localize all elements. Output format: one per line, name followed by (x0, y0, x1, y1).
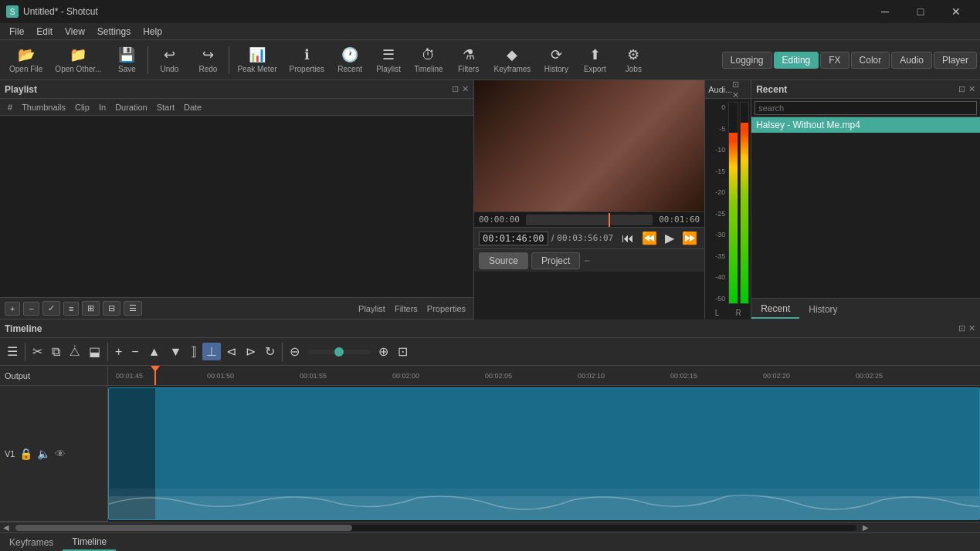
fast-forward-button[interactable]: ⏩ (680, 231, 700, 245)
recent-tab[interactable]: Recent (751, 300, 799, 319)
output-track-name: Output (5, 371, 30, 380)
col-in[interactable]: In (94, 103, 110, 112)
scroll-right-button[interactable]: ▶ (860, 523, 872, 532)
filters-tab-button[interactable]: Filters (392, 303, 421, 315)
tl-paste-button[interactable]: ⧊ (66, 343, 83, 360)
menu-edit[interactable]: Edit (30, 25, 59, 39)
col-duration[interactable]: Duration (110, 103, 152, 112)
recent-search-input[interactable] (754, 101, 977, 115)
col-clip[interactable]: Clip (70, 103, 94, 112)
recent-float-button[interactable]: ⊡ (958, 84, 965, 94)
timeline-tab[interactable]: Timeline (63, 534, 116, 551)
project-button[interactable]: Project (531, 252, 580, 269)
tl-menu-button[interactable]: ☰ (3, 343, 22, 360)
keyframes-button[interactable]: ◆ Keyframes (488, 42, 537, 79)
scroll-left-button[interactable]: ◀ (0, 523, 12, 532)
playlist-list-button[interactable]: ≡ (63, 302, 79, 316)
tl-cut-button[interactable]: ✂ (29, 343, 46, 360)
playlist-button[interactable]: ☰ Playlist (369, 42, 408, 79)
tl-snap-button[interactable]: ⊥ (202, 343, 221, 360)
keyframes-label: Keyframes (494, 65, 531, 73)
tl-lift-button[interactable]: ▲ (144, 343, 164, 360)
horizontal-scrollbar-track[interactable] (15, 525, 856, 531)
undo-button[interactable]: ↩ Undo (150, 42, 188, 79)
tl-loop-button[interactable]: ↻ (261, 343, 279, 360)
menu-settings[interactable]: Settings (91, 25, 137, 39)
tl-zoom-in-button[interactable]: ⊕ (375, 343, 392, 360)
export-button[interactable]: ⬆ Export (575, 42, 614, 79)
open-other-button[interactable]: 📁 Open Other... (49, 42, 107, 79)
properties-button[interactable]: ℹ Properties (283, 42, 331, 79)
tl-paste-overwrite-button[interactable]: ⬓ (85, 343, 104, 360)
keyframes-tab[interactable]: Keyframes (0, 535, 63, 550)
tl-ripple-all-button[interactable]: ⊳ (242, 343, 259, 360)
jobs-button[interactable]: ⚙ Jobs (614, 42, 653, 79)
menu-help[interactable]: Help (137, 25, 168, 39)
col-date[interactable]: Date (179, 103, 206, 112)
tl-overwrite-button[interactable]: ▼ (166, 343, 186, 360)
recent-close-button[interactable]: ✕ (968, 84, 975, 94)
play-button[interactable]: ▶ (663, 231, 677, 245)
scrubber-handle[interactable] (609, 213, 610, 227)
timeline-scrubber[interactable] (526, 215, 653, 225)
tl-ripple-button[interactable]: ⊲ (222, 343, 240, 360)
current-time-input[interactable] (479, 232, 548, 245)
playlist-detail-button[interactable]: ⊟ (103, 301, 120, 316)
properties-tab-button[interactable]: Properties (424, 303, 469, 315)
player-mode-button[interactable]: Player (934, 52, 977, 69)
playlist-float-button[interactable]: ⊡ (452, 84, 459, 94)
recent-button[interactable]: 🕐 Recent (331, 42, 369, 79)
save-button[interactable]: 💾 Save (107, 42, 146, 79)
track-hide-icon[interactable]: 👁 (55, 448, 66, 460)
redo-button[interactable]: ↪ Redo (188, 42, 227, 79)
track-mute-icon[interactable]: 🔈 (37, 448, 50, 460)
editing-mode-button[interactable]: Editing (774, 52, 819, 69)
source-button[interactable]: Source (479, 252, 528, 269)
playlist-remove-button[interactable]: − (23, 302, 39, 316)
menu-file[interactable]: File (3, 25, 30, 39)
fx-mode-button[interactable]: FX (820, 52, 849, 69)
playlist-check-button[interactable]: ✓ (42, 301, 60, 316)
audio-float-button[interactable]: ⊡ (732, 79, 739, 90)
tl-copy-button[interactable]: ⧉ (48, 343, 64, 360)
playlist-add-button[interactable]: + (5, 302, 20, 316)
minimize-button[interactable]: ─ (867, 0, 903, 23)
tl-sep-1 (25, 343, 25, 361)
maximize-button[interactable]: □ (903, 0, 938, 23)
audio-mode-button[interactable]: Audio (891, 52, 932, 69)
playlist-tab-button[interactable]: Playlist (355, 303, 388, 315)
properties-icon: ℹ (304, 46, 310, 63)
col-thumbnails[interactable]: Thumbnails (17, 103, 70, 112)
tl-zoom-out-button[interactable]: ⊖ (286, 343, 303, 360)
tl-append-button[interactable]: + (111, 343, 126, 360)
timeline-button[interactable]: ⏱ Timeline (408, 42, 449, 79)
recent-item[interactable]: Halsey - Without Me.mp4 (751, 117, 980, 133)
track-lock-icon[interactable]: 🔒 (19, 448, 32, 460)
playlist-grid-button[interactable]: ⊞ (82, 301, 100, 316)
logging-mode-button[interactable]: Logging (722, 52, 772, 69)
menu-view[interactable]: View (59, 25, 91, 39)
close-button[interactable]: ✕ (938, 0, 974, 23)
v1-track[interactable] (108, 386, 980, 522)
tl-split-button[interactable]: ⟧ (187, 343, 201, 360)
col-start[interactable]: Start (152, 103, 179, 112)
col-number[interactable]: # (3, 103, 17, 112)
track-clip[interactable] (108, 387, 980, 520)
timeline-close-button[interactable]: ✕ (968, 323, 975, 333)
filters-button[interactable]: ⚗ Filters (449, 42, 488, 79)
open-file-button[interactable]: 📂 Open File (3, 42, 49, 79)
zoom-slider[interactable] (308, 350, 370, 354)
zoom-handle[interactable] (334, 347, 344, 357)
tl-zoom-fit-button[interactable]: ⊡ (394, 343, 412, 360)
tl-remove-button[interactable]: − (127, 343, 142, 360)
horizontal-scrollbar-thumb[interactable] (15, 525, 352, 531)
color-mode-button[interactable]: Color (851, 52, 890, 69)
playlist-menu-button[interactable]: ☰ (124, 301, 142, 316)
peak-meter-button[interactable]: 📊 Peak Meter (231, 42, 283, 79)
history-button[interactable]: ⟳ History (537, 42, 575, 79)
history-tab[interactable]: History (799, 301, 846, 318)
rewind-button[interactable]: ⏪ (639, 231, 660, 245)
skip-start-button[interactable]: ⏮ (619, 232, 636, 245)
timeline-float-button[interactable]: ⊡ (958, 323, 965, 333)
playlist-close-button[interactable]: ✕ (462, 84, 469, 94)
